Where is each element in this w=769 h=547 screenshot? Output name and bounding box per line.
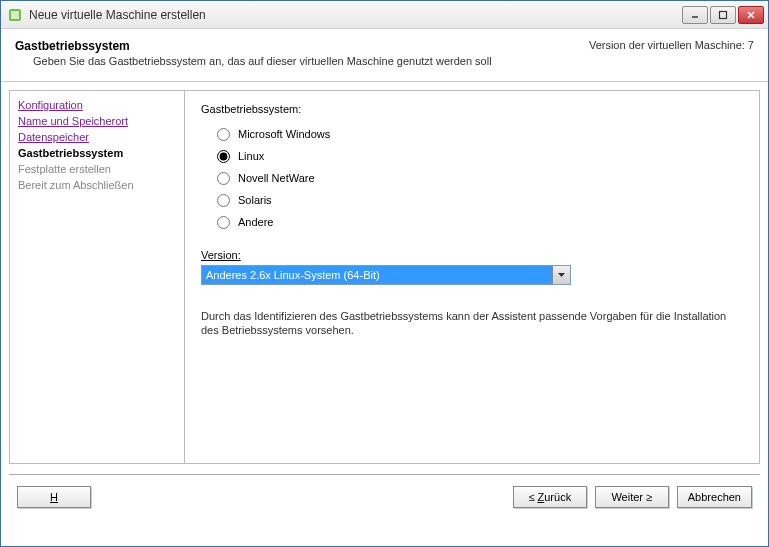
window-title: Neue virtuelle Maschine erstellen (29, 8, 682, 22)
sidebar-item-ready: Bereit zum Abschließen (18, 177, 176, 193)
radio-netware-input[interactable] (217, 172, 230, 185)
svg-rect-3 (720, 11, 727, 18)
version-select-value: Anderes 2.6x Linux-System (64-Bit) (202, 266, 552, 284)
radio-linux-label: Linux (238, 150, 264, 162)
vm-version-label: Version der virtuellen Maschine: 7 (589, 39, 754, 51)
guest-os-label: Gastbetriebssystem: (201, 103, 743, 115)
guest-os-radio-group: Microsoft Windows Linux Novell NetWare S… (201, 123, 743, 233)
version-select-button[interactable] (552, 266, 570, 284)
radio-netware-label: Novell NetWare (238, 172, 315, 184)
wizard-steps: Konfiguration Name und Speicherort Daten… (9, 90, 184, 464)
maximize-button[interactable] (710, 6, 736, 24)
radio-other-label: Andere (238, 216, 273, 228)
radio-solaris[interactable]: Solaris (217, 189, 743, 211)
radio-windows[interactable]: Microsoft Windows (217, 123, 743, 145)
sidebar-item-name-location[interactable]: Name und Speicherort (18, 113, 176, 129)
chevron-down-icon (558, 273, 565, 277)
radio-windows-input[interactable] (217, 128, 230, 141)
radio-linux[interactable]: Linux (217, 145, 743, 167)
radio-solaris-label: Solaris (238, 194, 272, 206)
radio-netware[interactable]: Novell NetWare (217, 167, 743, 189)
close-button[interactable] (738, 6, 764, 24)
radio-linux-input[interactable] (217, 150, 230, 163)
sidebar-item-guest-os: Gastbetriebssystem (18, 145, 176, 161)
radio-other[interactable]: Andere (217, 211, 743, 233)
radio-other-input[interactable] (217, 216, 230, 229)
minimize-button[interactable] (682, 6, 708, 24)
version-select[interactable]: Anderes 2.6x Linux-System (64-Bit) (201, 265, 571, 285)
sidebar-item-datastore[interactable]: Datenspeicher (18, 129, 176, 145)
radio-solaris-input[interactable] (217, 194, 230, 207)
svg-marker-6 (558, 273, 565, 277)
wizard-footer: H ≤ Zurück Weiter ≥ Abbrechen (1, 475, 768, 519)
sidebar-item-create-disk: Festplatte erstellen (18, 161, 176, 177)
next-button[interactable]: Weiter ≥ (595, 486, 669, 508)
wizard-header: Gastbetriebssystem Geben Sie das Gastbet… (1, 29, 768, 82)
hint-text: Durch das Identifizieren des Gastbetrieb… (201, 309, 743, 337)
version-label: Version: (201, 249, 743, 261)
titlebar: Neue virtuelle Maschine erstellen (1, 1, 768, 29)
cancel-button[interactable]: Abbrechen (677, 486, 752, 508)
help-button[interactable]: H (17, 486, 91, 508)
svg-rect-1 (11, 11, 19, 19)
page-subtitle: Geben Sie das Gastbetriebssystem an, das… (15, 55, 492, 67)
wizard-content: Gastbetriebssystem: Microsoft Windows Li… (184, 90, 760, 464)
sidebar-item-configuration[interactable]: Konfiguration (18, 97, 176, 113)
app-icon (7, 7, 23, 23)
page-title: Gastbetriebssystem (15, 39, 492, 53)
radio-windows-label: Microsoft Windows (238, 128, 330, 140)
back-button[interactable]: ≤ Zurück (513, 486, 587, 508)
window-controls (682, 6, 764, 24)
